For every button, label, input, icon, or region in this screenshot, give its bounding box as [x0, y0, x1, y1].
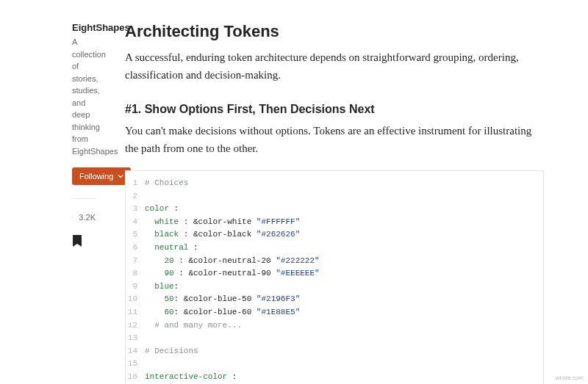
code-content: 20 : &color-neutral-20 "#222222": [145, 255, 320, 268]
clap-stat[interactable]: 3.2K: [72, 211, 96, 224]
section-paragraph: You can't make decisions without options…: [125, 122, 544, 157]
code-content: neutral :: [145, 242, 198, 255]
line-number: 1: [126, 177, 145, 190]
line-number: 2: [126, 190, 145, 203]
code-content: 90 : &color-neutral-90 "#EEEEEE": [145, 267, 320, 280]
section-heading: #1. Show Options First, Then Decisions N…: [125, 103, 544, 116]
source-attribution: wbsta.com: [556, 374, 584, 381]
publication-title[interactable]: EightShapes: [72, 22, 96, 33]
line-number: 4: [126, 216, 145, 229]
divider: [72, 198, 96, 199]
code-content: # Choices: [145, 177, 188, 190]
article-subtitle: A successful, enduring token architectur…: [125, 48, 544, 84]
code-content: black : &color-black "#262626": [145, 228, 300, 242]
code-line: 3color :: [126, 203, 543, 216]
code-line: 16interactive-color :: [126, 371, 543, 384]
code-line: 14# Decisions: [126, 345, 543, 358]
line-number: 9: [126, 280, 145, 294]
line-number: 13: [126, 332, 145, 345]
line-number: 3: [126, 203, 145, 216]
code-content: 50: &color-blue-50 "#2196F3": [145, 293, 300, 306]
line-number: 8: [126, 267, 145, 280]
code-line: 15: [126, 358, 543, 371]
line-number: 15: [126, 358, 145, 371]
line-number: 12: [126, 319, 145, 333]
code-line: 2: [126, 190, 543, 203]
clap-count: 3.2K: [79, 213, 96, 222]
code-line: 7 20 : &color-neutral-20 "#222222": [126, 255, 543, 268]
line-number: 14: [126, 345, 145, 358]
line-number: 7: [126, 255, 145, 268]
code-content: color :: [145, 203, 179, 216]
code-line: 10 50: &color-blue-50 "#2196F3": [126, 293, 543, 306]
line-number: 16: [126, 371, 145, 384]
code-line: 1# Choices: [126, 177, 543, 190]
line-number: 11: [126, 306, 145, 319]
code-content: 60: &color-blue-60 "#1E88E5": [145, 306, 300, 319]
code-line: 5 black : &color-black "#262626": [126, 228, 543, 242]
line-number: 6: [126, 242, 145, 255]
clap-icon: [72, 211, 73, 224]
article-heading: Architecting Tokens: [125, 22, 544, 41]
code-content: # and many more...: [145, 319, 242, 333]
line-number: 10: [126, 293, 145, 306]
code-line: 6 neutral :: [126, 242, 543, 255]
line-number: 5: [126, 228, 145, 242]
article-body: Architecting Tokens A successful, enduri…: [96, 22, 559, 384]
code-line: 13: [126, 332, 543, 345]
code-content: blue:: [145, 280, 179, 294]
code-content: # Decisions: [145, 345, 198, 358]
bookmark-icon[interactable]: [72, 234, 82, 247]
code-line: 11 60: &color-blue-60 "#1E88E5": [126, 306, 543, 319]
code-line: 9 blue:: [126, 280, 543, 294]
code-content: white : &color-white "#FFFFFF": [145, 216, 300, 229]
sidebar: EightShapes A collection of stories, stu…: [0, 22, 96, 384]
code-line: 8 90 : &color-neutral-90 "#EEEEEE": [126, 267, 543, 280]
code-content: interactive-color :: [145, 371, 237, 384]
code-block: 1# Choices23color :4 white : &color-whit…: [125, 170, 544, 384]
code-line: 4 white : &color-white "#FFFFFF": [126, 216, 543, 229]
code-line: 12 # and many more...: [126, 319, 543, 333]
publication-description: A collection of stories, studies, and de…: [72, 36, 96, 157]
